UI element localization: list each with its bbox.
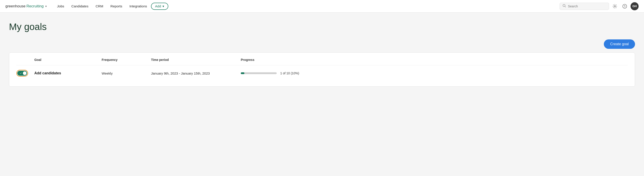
col-header-toggle [16, 58, 34, 62]
progress-section: 1 of 10 (10%) [241, 71, 628, 75]
avatar-initials: GH [632, 4, 637, 8]
create-goal-button[interactable]: Create goal [604, 39, 635, 49]
brand-name-greenhouse: greenhouse [6, 4, 26, 8]
frequency-value: Weekly [102, 71, 151, 75]
col-header-frequency: Frequency [102, 58, 151, 62]
search-icon [562, 4, 566, 8]
settings-button[interactable] [611, 2, 619, 10]
brand-chevron-icon[interactable]: ▾ [45, 5, 47, 8]
toggle-thumb [23, 71, 26, 75]
page-title: My goals [9, 21, 635, 32]
nav-reports[interactable]: Reports [107, 3, 126, 9]
navbar-right: GH [560, 2, 638, 10]
nav-links: Jobs Candidates CRM Reports Integrations… [54, 3, 560, 10]
nav-crm[interactable]: CRM [92, 3, 106, 9]
progress-bar-fill [241, 72, 244, 74]
table-header: Goal Frequency Time period Progress [16, 58, 628, 65]
table-row: ✓ Add candidates Weekly January 9th, 202… [16, 65, 628, 81]
toggle-check-icon: ✓ [20, 72, 22, 75]
brand-logo[interactable]: greenhouse Recruiting ▾ [6, 4, 47, 8]
search-box[interactable] [560, 3, 609, 10]
svg-point-2 [614, 5, 616, 7]
search-input[interactable] [568, 4, 606, 8]
progress-bar [241, 72, 277, 74]
svg-line-1 [565, 6, 566, 7]
svg-point-4 [624, 7, 625, 7]
col-header-progress: Progress [241, 58, 628, 62]
goals-table-card: Goal Frequency Time period Progress ✓ Ad… [9, 52, 635, 87]
add-chevron-icon: ▾ [162, 4, 164, 8]
nav-jobs[interactable]: Jobs [54, 3, 67, 9]
goal-name: Add candidates [34, 71, 102, 75]
col-header-timeperiod: Time period [151, 58, 241, 62]
help-button[interactable] [621, 2, 629, 10]
user-avatar-button[interactable]: GH [630, 2, 638, 10]
main-content: My goals Create goal Goal Frequency Time… [0, 12, 644, 96]
toggle-track: ✓ [17, 71, 27, 76]
navbar: greenhouse Recruiting ▾ Jobs Candidates … [0, 0, 644, 12]
progress-label: 1 of 10 (10%) [280, 71, 299, 75]
nav-integrations[interactable]: Integrations [126, 3, 150, 9]
add-button-label: Add [155, 4, 161, 8]
goal-toggle[interactable]: ✓ [16, 70, 28, 77]
svg-point-3 [623, 4, 627, 8]
toggle-wrapper: ✓ [16, 70, 34, 77]
time-period-value: January 9th, 2023 - January 15th, 2023 [151, 71, 241, 75]
nav-candidates[interactable]: Candidates [68, 3, 92, 9]
add-button[interactable]: Add ▾ [151, 3, 168, 10]
col-header-goal: Goal [34, 58, 102, 62]
create-goal-row: Create goal [9, 39, 635, 49]
brand-name-recruiting: Recruiting [26, 4, 44, 8]
